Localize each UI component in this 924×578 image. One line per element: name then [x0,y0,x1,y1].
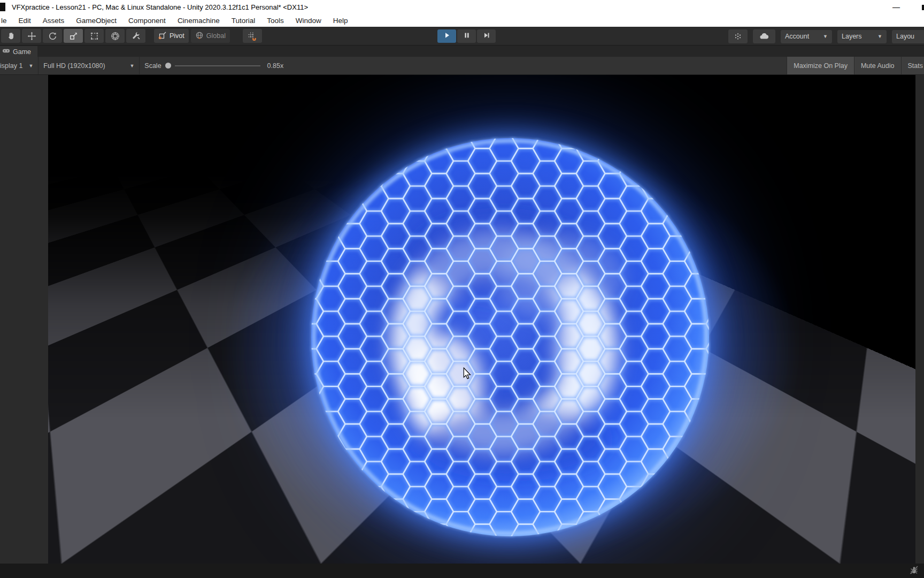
display-dropdown[interactable]: isplay 1 ▼ [0,57,38,74]
stats-label: Stats [908,62,923,70]
chevron-down-icon: ▼ [129,63,134,69]
menu-item-tutorial[interactable]: Tutorial [226,14,261,27]
resolution-dropdown[interactable]: Full HD (1920x1080) ▼ [38,57,139,74]
layout-dropdown[interactable]: Layou [892,30,924,43]
menu-item-component[interactable]: Component [122,14,172,27]
chevron-down-icon: ▼ [877,34,882,39]
menu-item-cinemachine[interactable]: Cinemachine [172,14,226,27]
scale-icon [69,32,78,41]
account-label: Account [785,33,809,40]
mute-audio-toggle[interactable]: Mute Audio [854,57,901,74]
move-icon [27,32,36,41]
spinner-dots-icon [734,32,742,41]
display-label: isplay 1 [0,62,22,70]
mute-audio-label: Mute Audio [861,62,895,70]
cloud-collab-button[interactable] [753,29,775,43]
chevron-down-icon: ▼ [28,63,33,69]
rect-tool-button[interactable] [84,29,104,43]
account-dropdown[interactable]: Account ▼ [781,30,832,43]
hand-pan-icon [6,32,16,41]
menu-item-gameobject[interactable]: GameObject [70,14,122,27]
hand-pan-tool-button[interactable] [1,29,20,43]
grid-snap-button[interactable] [243,29,262,43]
maximize-button[interactable] [922,5,924,10]
game-viewport[interactable] [0,75,924,564]
step-icon [483,32,490,41]
play-controls [437,29,496,43]
resolution-label: Full HD (1920x1080) [43,62,105,70]
game-controls-bar: isplay 1 ▼ Full HD (1920x1080) ▼ Scale 0… [0,57,924,75]
toolbar-right-cluster: Account ▼ Layers ▼ Layou [728,29,924,43]
viewport-left-margin [0,75,48,564]
custom-tools-button[interactable] [126,29,145,43]
play-button[interactable] [437,29,456,43]
layers-label: Layers [842,33,862,40]
chevron-down-icon: ▼ [823,34,828,39]
pivot-label: Pivot [170,32,184,40]
energy-shield-sphere [309,136,711,538]
scale-label: Scale [144,62,161,70]
global-label: Global [206,32,226,40]
menu-bar: le Edit Assets GameObject Component Cine… [0,14,924,27]
scale-value: 0.85x [267,62,284,70]
menu-item-tools[interactable]: Tools [261,14,290,27]
cloud-icon [759,32,769,41]
rotate-icon [48,32,57,41]
grid-snap-magnet-icon [248,32,257,41]
viewport-right-margin [915,75,924,564]
panel-tab-bar: Game [0,45,924,57]
pivot-icon [158,31,167,41]
wrench-icon [132,32,141,41]
mouse-cursor [461,367,473,382]
activity-indicator-button[interactable] [728,29,748,43]
global-toggle-button[interactable]: Global [191,29,230,43]
pause-icon [463,32,471,41]
menu-item-help[interactable]: Help [327,14,354,27]
maximize-on-play-toggle[interactable]: Maximize On Play [787,57,854,74]
transform-icon [111,32,120,41]
minimize-button[interactable]: — [884,0,908,14]
scale-tool-button[interactable] [64,29,83,43]
tab-game[interactable]: Game [0,46,37,57]
status-bar [0,564,924,578]
move-tool-button[interactable] [22,29,41,43]
window-titlebar: VFXpractice - Lesson21 - PC, Mac & Linux… [0,0,924,14]
menu-item-assets[interactable]: Assets [37,14,71,27]
menu-item-edit[interactable]: Edit [13,14,37,27]
menu-item-file[interactable]: le [0,14,13,27]
layers-dropdown[interactable]: Layers ▼ [837,30,887,43]
scale-slider-handle[interactable] [165,63,171,69]
scale-control: Scale 0.85x [140,57,288,74]
transform-tool-button[interactable] [105,29,125,43]
play-icon [443,32,451,41]
bug-disabled-icon[interactable] [909,565,919,577]
tab-game-label: Game [13,48,31,56]
layout-label: Layou [896,33,914,40]
pause-button[interactable] [457,29,476,43]
stats-toggle[interactable]: Stats [901,57,924,74]
gamepad-icon [2,47,10,57]
rect-tool-icon [90,32,99,41]
pivot-toggle-button[interactable]: Pivot [154,29,189,43]
unity-app-icon [0,3,5,11]
menu-item-window[interactable]: Window [290,14,327,27]
maximize-on-play-label: Maximize On Play [794,62,848,70]
global-icon [195,31,204,41]
step-button[interactable] [477,29,496,43]
scale-slider-track[interactable] [175,65,260,66]
rotate-tool-button[interactable] [43,29,62,43]
window-title: VFXpractice - Lesson21 - PC, Mac & Linux… [12,3,308,11]
